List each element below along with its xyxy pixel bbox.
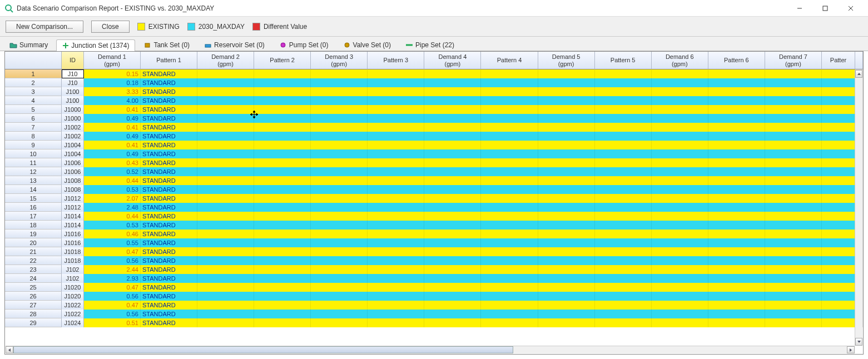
tab-label: Pipe Set (22) xyxy=(415,41,454,49)
legend-different-label: Different Value xyxy=(264,23,307,31)
minimize-button[interactable] xyxy=(787,1,812,16)
tab-label: Reservoir Set (0) xyxy=(214,41,265,49)
reservoir-icon xyxy=(204,42,212,48)
tab-label: Valve Set (0) xyxy=(353,41,391,49)
tab-pipe[interactable]: Pipe Set (22) xyxy=(399,39,460,51)
tab-junction[interactable]: Junction Set (1374) xyxy=(56,39,135,51)
swatch-yellow-icon xyxy=(137,23,145,31)
legend-existing: EXISTING xyxy=(137,23,180,31)
tab-label: Summary xyxy=(19,41,48,49)
valve-icon xyxy=(343,42,351,48)
legend-different: Different Value xyxy=(252,23,307,31)
tank-icon xyxy=(143,42,151,48)
tab-label: Junction Set (1374) xyxy=(71,42,129,49)
pipe-icon xyxy=(405,42,413,48)
legend-maxday: 2030_MAXDAY xyxy=(187,23,245,31)
tab-valve[interactable]: Valve Set (0) xyxy=(337,39,397,51)
svg-point-10 xyxy=(281,43,285,47)
svg-rect-3 xyxy=(823,6,827,11)
tab-reservoir[interactable]: Reservoir Set (0) xyxy=(198,39,271,51)
tab-label: Pump Set (0) xyxy=(289,41,329,49)
tab-label: Tank Set (0) xyxy=(153,41,190,49)
swatch-red-icon xyxy=(252,23,260,31)
svg-rect-9 xyxy=(205,44,211,47)
new-comparison-button[interactable]: New Comparison... xyxy=(6,21,83,33)
window-title: Data Scenario Comparison Report - EXISTI… xyxy=(17,4,787,12)
toolbar: New Comparison... Close EXISTING 2030_MA… xyxy=(0,17,868,37)
tab-pump[interactable]: Pump Set (0) xyxy=(273,39,335,51)
swatch-cyan-icon xyxy=(187,23,195,31)
maximize-button[interactable] xyxy=(812,1,838,16)
svg-point-11 xyxy=(345,43,349,47)
titlebar: Data Scenario Comparison Report - EXISTI… xyxy=(0,0,868,17)
tab-summary[interactable]: Summary xyxy=(3,39,54,51)
folder-icon xyxy=(9,42,17,48)
app-icon xyxy=(4,4,13,13)
tabstrip: SummaryJunction Set (1374)Tank Set (0)Re… xyxy=(0,37,868,51)
svg-rect-8 xyxy=(145,43,150,47)
window-controls xyxy=(787,1,864,16)
plus-icon xyxy=(62,42,69,49)
close-report-button[interactable]: Close xyxy=(91,21,130,33)
tab-tank[interactable]: Tank Set (0) xyxy=(137,39,196,51)
close-button[interactable] xyxy=(838,1,864,16)
pump-icon xyxy=(279,42,287,48)
svg-line-1 xyxy=(11,10,13,12)
legend-existing-label: EXISTING xyxy=(148,23,180,31)
svg-point-0 xyxy=(6,5,11,11)
legend-maxday-label: 2030_MAXDAY xyxy=(199,23,245,31)
